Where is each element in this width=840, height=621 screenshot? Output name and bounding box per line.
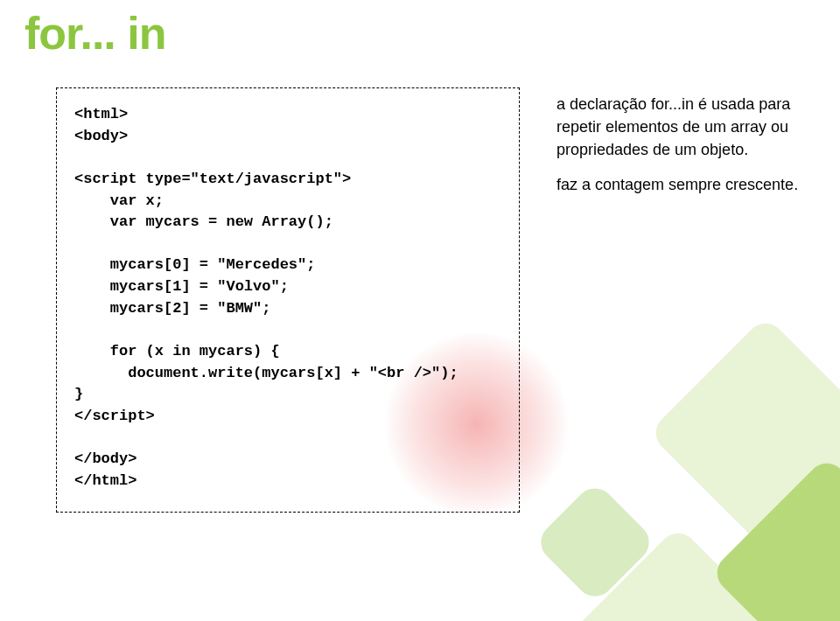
- description: a declaração for...in é usada para repet…: [556, 93, 802, 208]
- code-box: <html> <body> <script type="text/javascr…: [56, 87, 520, 513]
- code-snippet: <html> <body> <script type="text/javascr…: [74, 104, 501, 492]
- description-paragraph-1: a declaração for...in é usada para repet…: [556, 93, 802, 161]
- slide-title: for... in: [24, 7, 165, 59]
- description-paragraph-2: faz a contagem sempre crescente.: [556, 173, 802, 196]
